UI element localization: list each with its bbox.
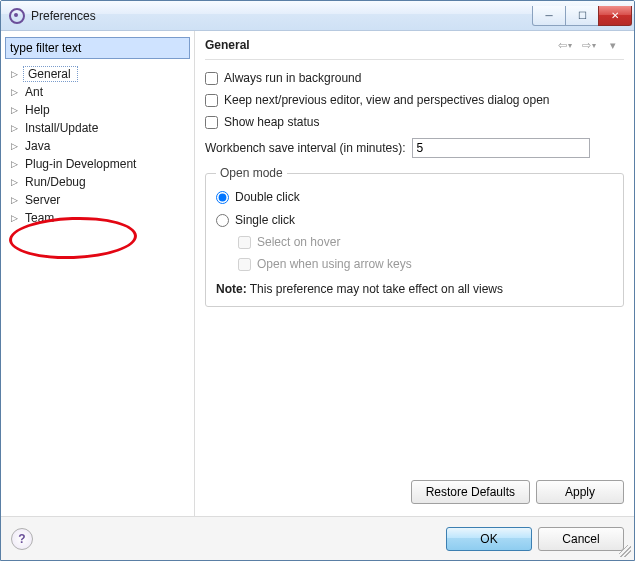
tree-item-label: Plug-in Development (23, 157, 138, 171)
keep-editor-label: Keep next/previous editor, view and pers… (224, 93, 550, 107)
ok-button[interactable]: OK (446, 527, 532, 551)
expand-icon: ▷ (11, 69, 21, 79)
tree-item-label: Java (23, 139, 52, 153)
page-title: General (205, 38, 554, 52)
open-mode-group: Open mode Double click Single click Sele… (205, 166, 624, 307)
dialog-footer: ? OK Cancel (1, 516, 634, 560)
tree-item-install-update[interactable]: ▷ Install/Update (5, 119, 190, 137)
tree-item-team[interactable]: ▷ Team (5, 209, 190, 227)
open-arrow-keys-checkbox (238, 258, 251, 271)
tree-item-label: Server (23, 193, 62, 207)
open-mode-legend: Open mode (216, 166, 287, 180)
always-background-label: Always run in background (224, 71, 361, 85)
minimize-button[interactable]: ─ (532, 6, 566, 26)
expand-icon: ▷ (11, 213, 21, 223)
tree-item-ant[interactable]: ▷ Ant (5, 83, 190, 101)
keep-editor-checkbox[interactable] (205, 94, 218, 107)
window-title: Preferences (31, 9, 533, 23)
tree-item-label: Team (23, 211, 56, 225)
expand-icon: ▷ (11, 87, 21, 97)
tree-item-plugin-dev[interactable]: ▷ Plug-in Development (5, 155, 190, 173)
back-button[interactable]: ⇦▾ (554, 37, 576, 53)
save-interval-input[interactable] (412, 138, 590, 158)
view-menu-button[interactable]: ▾ (602, 37, 624, 53)
app-icon (9, 8, 25, 24)
expand-icon: ▷ (11, 159, 21, 169)
tree-item-java[interactable]: ▷ Java (5, 137, 190, 155)
expand-icon: ▷ (11, 141, 21, 151)
note-text: This preference may not take effect on a… (247, 282, 503, 296)
forward-button[interactable]: ⇨▾ (578, 37, 600, 53)
expand-icon: ▷ (11, 105, 21, 115)
tree-item-label: Help (23, 103, 52, 117)
single-click-radio[interactable] (216, 214, 229, 227)
show-heap-checkbox[interactable] (205, 116, 218, 129)
double-click-label: Double click (235, 190, 300, 204)
tree-item-label: General (23, 66, 78, 82)
title-bar: Preferences ─ ☐ ✕ (1, 1, 634, 31)
tree-item-general[interactable]: ▷ General (5, 65, 190, 83)
details-pane: General ⇦▾ ⇨▾ ▾ Always run in background… (195, 31, 634, 516)
note-prefix: Note: (216, 282, 247, 296)
tree-item-label: Ant (23, 85, 45, 99)
filter-input[interactable] (5, 37, 190, 59)
save-interval-label: Workbench save interval (in minutes): (205, 141, 406, 155)
open-mode-note: Note: This preference may not take effec… (216, 282, 613, 296)
expand-icon: ▷ (11, 123, 21, 133)
help-button[interactable]: ? (11, 528, 33, 550)
tree-item-label: Run/Debug (23, 175, 88, 189)
open-arrow-keys-label: Open when using arrow keys (257, 257, 412, 271)
select-on-hover-checkbox (238, 236, 251, 249)
resize-grip[interactable] (619, 545, 631, 557)
double-click-radio[interactable] (216, 191, 229, 204)
always-background-checkbox[interactable] (205, 72, 218, 85)
tree-item-label: Install/Update (23, 121, 100, 135)
close-button[interactable]: ✕ (598, 6, 632, 26)
tree-item-server[interactable]: ▷ Server (5, 191, 190, 209)
window-buttons: ─ ☐ ✕ (533, 6, 632, 26)
preferences-window: Preferences ─ ☐ ✕ ▷ General ▷ Ant ▷ Help (0, 0, 635, 561)
select-on-hover-label: Select on hover (257, 235, 340, 249)
restore-defaults-button[interactable]: Restore Defaults (411, 480, 530, 504)
apply-button[interactable]: Apply (536, 480, 624, 504)
show-heap-label: Show heap status (224, 115, 319, 129)
divider (205, 59, 624, 60)
tree-item-help[interactable]: ▷ Help (5, 101, 190, 119)
maximize-button[interactable]: ☐ (565, 6, 599, 26)
expand-icon: ▷ (11, 177, 21, 187)
cancel-button[interactable]: Cancel (538, 527, 624, 551)
tree-item-run-debug[interactable]: ▷ Run/Debug (5, 173, 190, 191)
single-click-label: Single click (235, 213, 295, 227)
expand-icon: ▷ (11, 195, 21, 205)
preference-tree: ▷ General ▷ Ant ▷ Help ▷ Install/Update … (5, 65, 190, 227)
tree-pane: ▷ General ▷ Ant ▷ Help ▷ Install/Update … (1, 31, 195, 516)
